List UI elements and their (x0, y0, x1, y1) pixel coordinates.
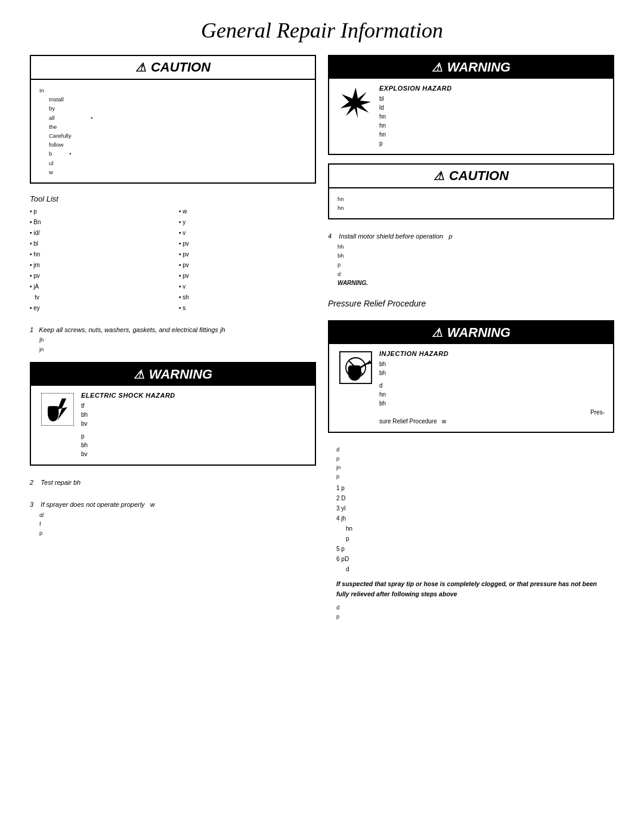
tool-item: • pv (179, 261, 316, 270)
warning-icon-explosion: ⚠ (432, 60, 442, 75)
section-1: 1 Keep all screws, nuts, washers, gasket… (30, 325, 316, 354)
caution-label-right: CAUTION (449, 168, 509, 184)
caution-header-right: ⚠ CAUTION (329, 165, 613, 188)
caution-label-left: CAUTION (151, 60, 210, 75)
step-number-1: 1 (30, 326, 33, 333)
explosion-image (338, 85, 373, 120)
step-5: 5 p (336, 544, 606, 554)
tool-item: • s (179, 304, 316, 313)
injection-svg (339, 351, 372, 384)
injection-image (338, 350, 373, 386)
tool-item: • p (30, 207, 167, 216)
tool-item: • v (179, 228, 316, 238)
tool-item: • y (179, 218, 316, 227)
section-3: 3 If sprayer does not operate properly w… (30, 500, 316, 537)
tool-item: • pv (30, 271, 167, 281)
electric-shock-image (39, 392, 75, 428)
warning-label-electric: WARNING (149, 367, 212, 382)
warning-label-explosion: WARNING (447, 60, 510, 75)
caution-body-left: In Install by all • the Carefully follow… (31, 80, 315, 182)
pressure-steps: 1 p 2 D 3 yl 4 jh hn p 5 p 6 pD d (336, 483, 606, 574)
tool-item: tv (30, 293, 167, 302)
warning-body-explosion: EXPLOSION HAZARD bl ld hn hn hn p (329, 79, 613, 154)
tool-item: • id/ (30, 228, 167, 238)
tool-item: • sh (179, 293, 316, 302)
warning-header-electric: ⚠ WARNING (31, 363, 315, 386)
caution-header-left: ⚠ CAUTION (31, 56, 315, 80)
left-column: ⚠ CAUTION In Install by all • the Carefu… (30, 55, 316, 538)
tool-list-title: Tool List (30, 194, 316, 203)
caution-icon-right: ⚠ (434, 169, 444, 183)
tool-item: • jA (30, 282, 167, 292)
svg-rect-2 (48, 406, 58, 416)
tool-item: • ey (30, 304, 167, 313)
electric-shock-text: ELECTRIC SHOCK HAZARD tf bh bv p bh bv (81, 392, 175, 459)
right-column: ⚠ WARNING EXPLOSION HAZARD bl ld (328, 55, 614, 627)
warning-icon-injection: ⚠ (432, 326, 442, 340)
warning-header-injection: ⚠ WARNING (329, 321, 613, 344)
tool-list-grid: • p • w • Bn • y • id/ • v • bl • pv • h… (30, 207, 316, 313)
section-2: 2 Test repair bh (30, 478, 316, 488)
caution-icon-left: ⚠ (135, 60, 146, 75)
explosion-svg (339, 86, 372, 119)
caution-body-right: hn hn (329, 188, 613, 218)
page-title: General Repair Information (30, 18, 614, 43)
pres-text: Pres- (590, 408, 605, 417)
warning-header-explosion: ⚠ WARNING (329, 56, 613, 79)
caution-box-right: ⚠ CAUTION hn hn (328, 163, 614, 219)
tool-item: • pv (179, 271, 316, 281)
injection-after-steps: d p jn p 1 p 2 D 3 yl 4 jh hn p 5 p 6 pD… (328, 441, 614, 627)
explosion-text: EXPLOSION HAZARD bl ld hn hn hn p (379, 85, 452, 148)
tool-item: • pv (179, 250, 316, 259)
step-2: 2 D (336, 493, 606, 503)
step-6: 6 pD d (336, 554, 606, 574)
step-4: 4 jh hn p (336, 513, 606, 544)
caution-text-lines-left: In Install by all • the Carefully follow… (39, 86, 306, 176)
step-3: 3 yl (336, 503, 606, 513)
warning-box-injection: ⚠ WARNING (328, 320, 614, 433)
warning-label-injection: WARNING (447, 325, 510, 340)
tool-item: • v (179, 282, 316, 292)
caution-box-left: ⚠ CAUTION In Install by all • the Carefu… (30, 55, 316, 184)
electric-shock-svg (41, 393, 74, 426)
pressure-relief-title: Pressure Relief Procedure (328, 299, 614, 308)
warning-icon-electric: ⚠ (134, 367, 144, 382)
tool-list-section: Tool List • p • w • Bn • y • id/ • v • b… (30, 194, 316, 313)
tool-item: • Bn (30, 218, 167, 227)
tool-item: • jm (30, 261, 167, 270)
tool-item: • w (179, 207, 316, 216)
section-4: 4 Install motor shield before operation … (328, 231, 614, 287)
warning-body-electric: ELECTRIC SHOCK HAZARD tf bh bv p bh bv (31, 386, 315, 465)
warning-body-injection: INJECTION HAZARD bh bh d hn bh Pres- sur (329, 344, 613, 432)
main-layout: ⚠ CAUTION In Install by all • the Carefu… (30, 55, 614, 627)
tool-item: • hn (30, 250, 167, 259)
step-1: 1 p (336, 483, 606, 493)
warning-box-explosion: ⚠ WARNING EXPLOSION HAZARD bl ld (328, 55, 614, 155)
tool-item: • pv (179, 239, 316, 249)
bold-warning-text: If suspected that spray tip or hose is c… (336, 579, 606, 599)
tool-item: • bl (30, 239, 167, 249)
warning-box-electric-shock: ⚠ WARNING ELECTRIC SHOCK HAZAR (30, 362, 316, 466)
injection-text: INJECTION HAZARD bh bh d hn bh Pres- sur (379, 350, 605, 426)
